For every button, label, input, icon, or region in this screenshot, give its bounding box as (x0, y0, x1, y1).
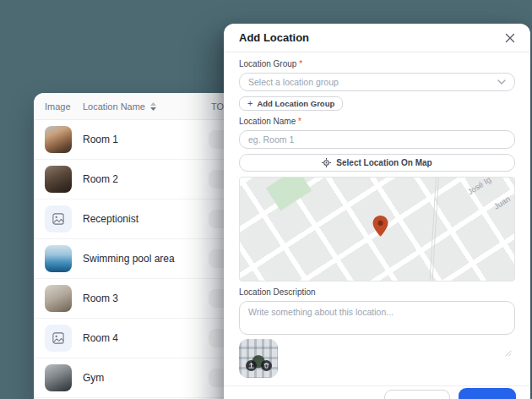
modal-header: Add Location (224, 24, 530, 52)
location-name: Swimming pool area (83, 253, 175, 265)
location-thumbnail (45, 245, 72, 272)
location-description-textarea[interactable] (239, 301, 515, 335)
upload-icon (248, 363, 254, 369)
location-thumbnail (45, 364, 72, 391)
location-thumbnail (45, 325, 72, 352)
image-placeholder-icon (52, 213, 64, 225)
plus-icon: + (247, 99, 252, 108)
location-group-label: Location Group * (239, 59, 515, 69)
primary-button[interactable] (459, 388, 516, 399)
add-location-modal: Add Location Location Group * Select a l… (224, 24, 530, 399)
add-location-group-label: Add Location Group (257, 99, 334, 108)
required-asterisk: * (298, 117, 301, 126)
location-name: Room 1 (83, 134, 118, 145)
footer-divider (224, 385, 530, 386)
close-button[interactable] (505, 33, 515, 43)
location-name: Room 4 (83, 332, 118, 344)
location-name-input[interactable] (239, 130, 515, 149)
location-thumbnail (45, 285, 72, 312)
location-name: Receptionist (83, 213, 138, 225)
location-thumbnail (45, 126, 72, 153)
modal-body: Location Group * Select a location group… (224, 52, 530, 378)
image-placeholder-icon (52, 332, 64, 344)
column-header-location-name-label: Location Name (83, 101, 145, 112)
modal-title: Add Location (239, 31, 309, 44)
select-location-on-map-button[interactable]: Select Location On Map (239, 154, 515, 172)
uploaded-photo-thumbnail (239, 339, 278, 378)
upload-photo-button[interactable] (246, 360, 257, 371)
location-name: Gym (83, 372, 104, 384)
location-name: Room 2 (83, 173, 118, 185)
chevron-down-icon (497, 79, 506, 85)
trash-icon (263, 363, 269, 369)
sort-icon[interactable] (150, 102, 156, 111)
secondary-button[interactable] (384, 390, 450, 399)
location-group-placeholder: Select a location group (248, 77, 339, 87)
location-group-select[interactable]: Select a location group (239, 73, 515, 91)
column-header-total: TO (211, 101, 224, 112)
gps-crosshair-icon (322, 158, 331, 167)
map-pin-icon[interactable] (372, 216, 388, 240)
location-thumbnail (45, 166, 72, 193)
location-name: Room 3 (83, 292, 118, 304)
column-header-location-name[interactable]: Location Name (83, 101, 156, 112)
column-header-image: Image (34, 101, 83, 112)
close-icon (505, 33, 515, 43)
required-asterisk: * (299, 59, 302, 68)
location-name-label: Location Name * (239, 117, 515, 127)
add-location-group-button[interactable]: + Add Location Group (239, 96, 343, 111)
map-preview[interactable]: José Ig Juan (239, 177, 515, 281)
delete-photo-button[interactable] (261, 360, 272, 371)
location-thumbnail (45, 205, 72, 232)
select-location-on-map-label: Select Location On Map (336, 158, 432, 167)
location-description-label: Location Description (239, 287, 515, 298)
